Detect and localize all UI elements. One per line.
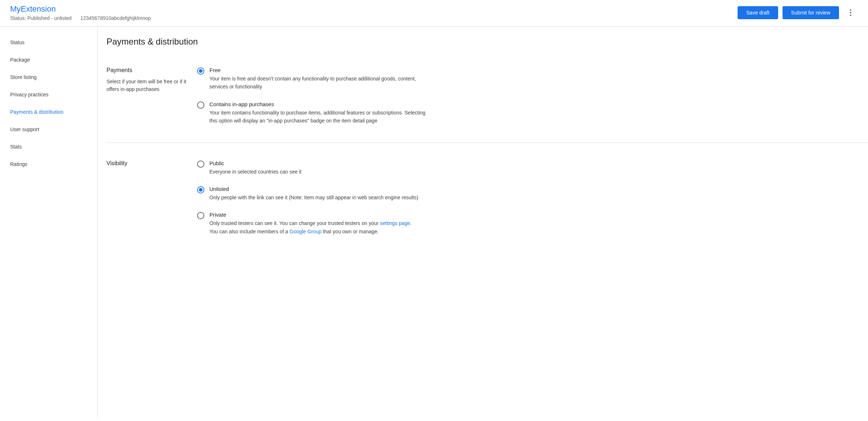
sidebar-item-ratings[interactable]: Ratings (0, 155, 97, 173)
payments-title: Payments (107, 67, 190, 74)
desc-text: You can also include members of a (209, 229, 289, 234)
save-draft-button[interactable]: Save draft (738, 6, 778, 19)
payments-options: Free Your item is free and doesn't conta… (197, 67, 429, 125)
sidebar-item-user-support[interactable]: User support (0, 121, 97, 138)
sidebar: Status Package Store listing Privacy pra… (0, 26, 98, 418)
option-desc: Your item contains functionality to purc… (209, 109, 429, 125)
payments-desc: Select if your item will be free or if i… (107, 78, 190, 93)
main-content: Payments & distribution Payments Select … (98, 26, 868, 418)
payment-option-free[interactable]: Free Your item is free and doesn't conta… (197, 67, 429, 91)
option-private-desc: Only trusted testers can see it. You can… (209, 219, 429, 235)
header-actions: Save draft Submit for review (738, 5, 858, 20)
header-left: MyExtension Status: Published - unlisted… (10, 4, 151, 21)
item-id: 12345678910abcdefghijklmnop (80, 15, 151, 21)
radio-iap[interactable] (197, 101, 204, 109)
sidebar-item-privacy-practices[interactable]: Privacy practices (0, 86, 97, 103)
sidebar-item-status[interactable]: Status (0, 34, 97, 51)
status-text: Status: Published - unlisted (10, 15, 72, 21)
desc-text: . (410, 220, 412, 226)
option-content: Public Everyone in selected countries ca… (209, 160, 429, 176)
sidebar-item-package[interactable]: Package (0, 51, 97, 68)
visibility-label-col: Visibility (107, 160, 197, 236)
option-title: Unlisted (209, 186, 429, 192)
option-content: Contains in-app purchases Your item cont… (209, 101, 429, 125)
option-title: Contains in-app purchases (209, 101, 429, 107)
payments-label-col: Payments Select if your item will be fre… (107, 67, 197, 125)
sidebar-item-stats[interactable]: Stats (0, 138, 97, 155)
radio-public[interactable] (197, 161, 204, 168)
radio-private[interactable] (197, 212, 204, 219)
more-vert-icon (850, 9, 851, 16)
visibility-option-unlisted[interactable]: Unlisted Only people with the link can s… (197, 186, 429, 201)
option-title: Public (209, 160, 429, 166)
radio-unlisted[interactable] (197, 186, 204, 193)
header-meta: Status: Published - unlisted 12345678910… (10, 15, 151, 21)
desc-text: that you own or manage. (321, 229, 379, 234)
option-desc: Your item is free and doesn't contain an… (209, 75, 429, 91)
radio-free[interactable] (197, 67, 204, 75)
option-desc: Only people with the link can see it (No… (209, 193, 429, 201)
visibility-title: Visibility (107, 160, 190, 167)
option-title: Private (209, 212, 429, 218)
settings-page-link[interactable]: settings page (380, 220, 410, 226)
visibility-option-private[interactable]: Private Only trusted testers can see it.… (197, 212, 429, 235)
option-desc: Everyone in selected countries can see i… (209, 168, 429, 176)
option-content: Unlisted Only people with the link can s… (209, 186, 429, 201)
payment-option-iap[interactable]: Contains in-app purchases Your item cont… (197, 101, 429, 125)
page-title: Payments & distribution (107, 37, 868, 47)
visibility-section: Visibility Public Everyone in selected c… (107, 160, 868, 253)
option-title: Free (209, 67, 429, 73)
app-title[interactable]: MyExtension (10, 4, 151, 14)
sidebar-item-store-listing[interactable]: Store listing (0, 68, 97, 86)
header: MyExtension Status: Published - unlisted… (0, 0, 868, 26)
option-content: Free Your item is free and doesn't conta… (209, 67, 429, 91)
google-group-link[interactable]: Google Group (289, 229, 321, 234)
sidebar-item-payments-distribution[interactable]: Payments & distribution (0, 103, 97, 121)
more-options-button[interactable] (843, 5, 858, 20)
option-content: Private Only trusted testers can see it.… (209, 212, 429, 235)
submit-for-review-button[interactable]: Submit for review (783, 6, 839, 19)
container: Status Package Store listing Privacy pra… (0, 26, 868, 418)
visibility-option-public[interactable]: Public Everyone in selected countries ca… (197, 160, 429, 176)
desc-text: Only trusted testers can see it. You can… (209, 220, 380, 226)
visibility-options: Public Everyone in selected countries ca… (197, 160, 429, 236)
payments-section: Payments Select if your item will be fre… (107, 67, 868, 143)
